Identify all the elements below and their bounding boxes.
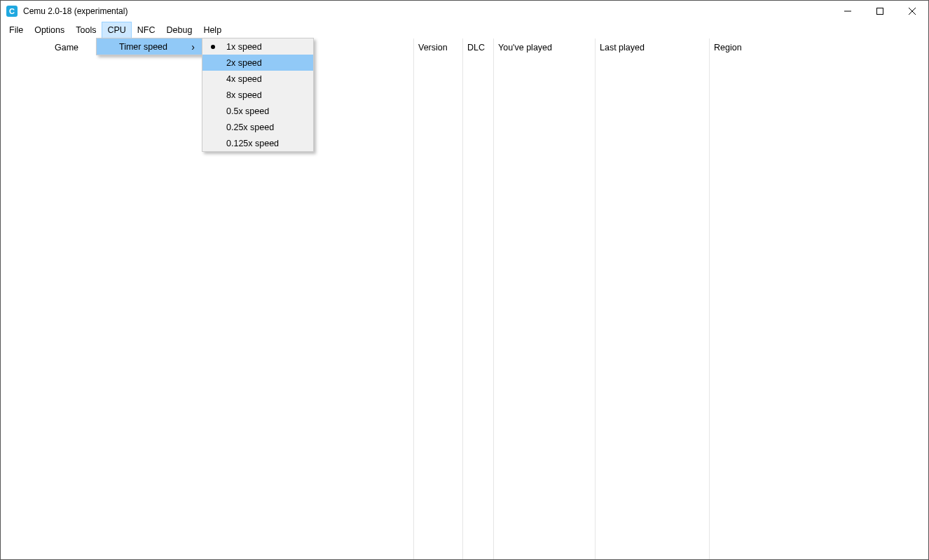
maximize-button[interactable] — [864, 1, 896, 22]
column-youve-played[interactable]: You've played — [494, 38, 596, 56]
menu-item-label: 2x speed — [226, 58, 262, 68]
timer-speed-0-125x[interactable]: 0.125x speed — [202, 135, 313, 151]
menu-item-label: 8x speed — [226, 90, 262, 100]
menu-nfc[interactable]: NFC — [132, 22, 161, 38]
timer-speed-0-5x[interactable]: 0.5x speed — [202, 103, 313, 119]
app-window: C Cemu 2.0-18 (experimental) File Option… — [0, 0, 929, 560]
menu-debug[interactable]: Debug — [161, 22, 198, 38]
window-title: Cemu 2.0-18 (experimental) — [23, 6, 832, 16]
menu-item-label: 0.125x speed — [226, 139, 279, 148]
column-version[interactable]: Version — [414, 38, 463, 56]
app-icon: C — [6, 6, 18, 17]
column-region[interactable]: Region — [710, 38, 928, 56]
close-button[interactable] — [896, 1, 928, 22]
timer-speed-0-25x[interactable]: 0.25x speed — [202, 119, 313, 135]
menu-file[interactable]: File — [4, 22, 29, 38]
column-dlc[interactable]: DLC — [463, 38, 494, 56]
menu-options[interactable]: Options — [29, 22, 70, 38]
svg-rect-1 — [877, 8, 883, 15]
menubar: File Options Tools CPU NFC Debug Help — [1, 22, 928, 38]
column-spacer — [1, 38, 50, 56]
titlebar: C Cemu 2.0-18 (experimental) — [1, 1, 928, 22]
timer-speed-4x[interactable]: 4x speed — [202, 71, 313, 87]
menu-item-label: Timer speed — [119, 42, 167, 52]
timer-speed-2x[interactable]: 2x speed — [202, 55, 313, 71]
cpu-menu-timer-speed[interactable]: Timer speed — [97, 38, 202, 55]
timer-speed-1x[interactable]: 1x speed — [202, 38, 313, 55]
window-controls — [832, 1, 928, 22]
column-last-played[interactable]: Last played — [596, 38, 710, 56]
timer-speed-8x[interactable]: 8x speed — [202, 87, 313, 103]
menu-help[interactable]: Help — [198, 22, 227, 38]
menu-tools[interactable]: Tools — [70, 22, 102, 38]
cpu-dropdown: Timer speed — [96, 38, 202, 55]
timer-speed-dropdown: 1x speed 2x speed 4x speed 8x speed 0.5x… — [202, 38, 314, 152]
menu-item-label: 4x speed — [226, 74, 262, 84]
game-list-body — [1, 56, 928, 559]
menu-item-label: 1x speed — [226, 42, 262, 52]
radio-checked-icon — [211, 45, 215, 49]
menu-cpu[interactable]: CPU — [102, 22, 131, 38]
menu-item-label: 0.5x speed — [226, 106, 269, 116]
minimize-button[interactable] — [832, 1, 864, 22]
menu-item-label: 0.25x speed — [226, 122, 274, 132]
